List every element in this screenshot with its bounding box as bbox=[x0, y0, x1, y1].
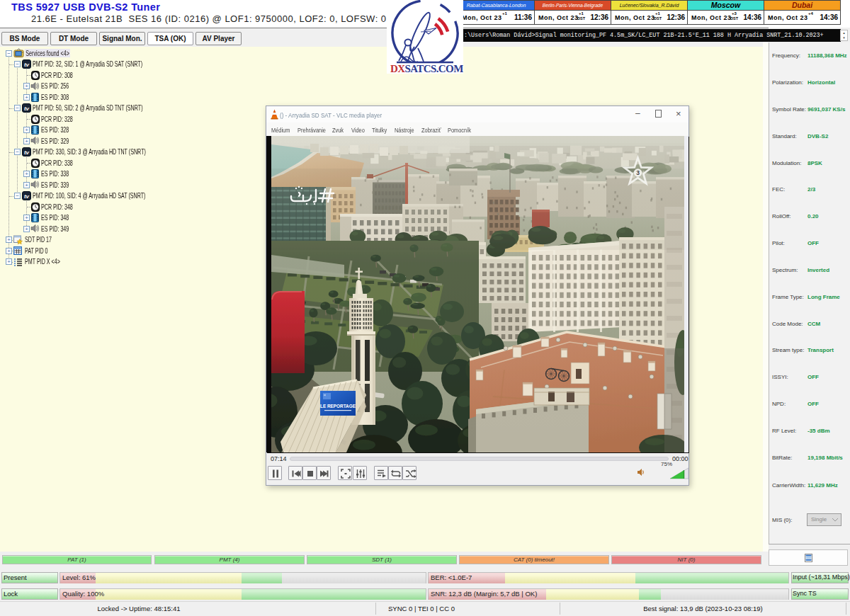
svg-text:tv: tv bbox=[24, 193, 30, 200]
svg-text:3: 3 bbox=[636, 169, 640, 176]
svg-text:tv: tv bbox=[24, 62, 30, 68]
svg-text:LE REPORTAGE: LE REPORTAGE bbox=[320, 404, 356, 409]
svg-text:tv: tv bbox=[24, 149, 30, 156]
svg-text:tv: tv bbox=[24, 105, 30, 112]
svg-text:DXSATCS.COM: DXSATCS.COM bbox=[390, 63, 463, 74]
